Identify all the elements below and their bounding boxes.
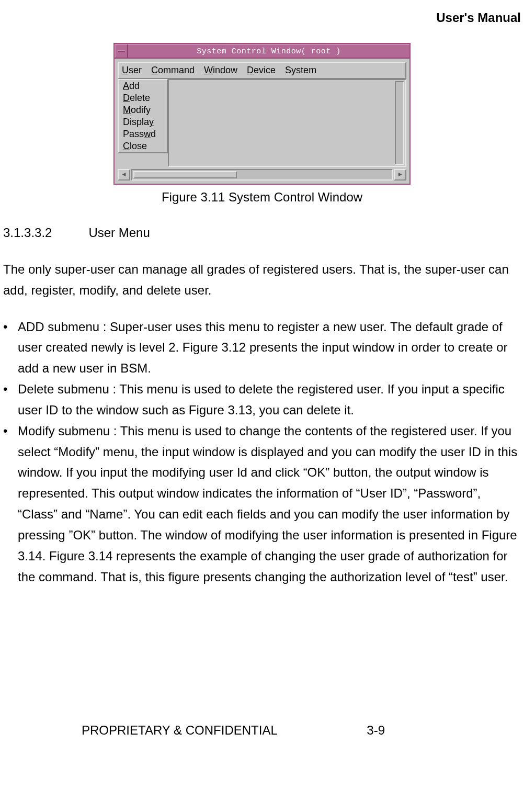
menu-bar: User Command Window Device System [118,62,406,79]
mi-pw-pre: Pass [123,129,144,139]
mi-del-ul: D [123,93,130,103]
menu-window[interactable]: Window [204,65,237,76]
mi-disp-ul: y [149,117,154,127]
footer-page-number: 3-9 [278,723,521,739]
footer-confidential: PROPRIETARY & CONFIDENTIAL [3,723,278,739]
menu-device-ul: D [247,65,254,75]
page: User's Manual System Control Window( roo… [0,0,524,739]
page-header-title: User's Manual [0,10,524,25]
vertical-scrollbar[interactable] [395,81,404,165]
bullet-add: ADD submenu : Super-user uses this menu … [3,317,518,379]
menu-device[interactable]: Device [247,65,276,76]
figure-caption: Figure 3.11 System Control Window [0,190,524,205]
menu-command[interactable]: Command [151,65,195,76]
section-number: 3.1.3.3.2 [3,225,52,240]
horizontal-scroll-track[interactable] [131,169,393,181]
menu-system-rest: System [285,65,316,75]
mi-add-rest: dd [129,81,140,91]
menu-item-passwd[interactable]: Passwd [119,128,167,140]
menu-device-rest: evice [254,65,276,75]
menu-system[interactable]: System [285,65,316,76]
window-title-text: System Control Window( root ) [128,44,409,58]
section-heading: 3.1.3.3.2 User Menu [3,225,524,240]
menu-command-rest: ommand [158,65,195,75]
menu-command-ul: C [151,65,158,75]
system-control-window: System Control Window( root ) User Comma… [113,43,411,185]
bullet-delete: Delete submenu : This menu is used to de… [3,379,518,421]
horizontal-scrollbar[interactable]: ◄ ► [118,169,406,181]
menu-item-add[interactable]: Add [119,80,167,92]
system-menu-icon[interactable] [115,44,128,58]
mi-del-rest: elete [130,93,150,103]
client-area [168,79,406,167]
menu-window-rest: indow [213,65,237,75]
mi-pw-rest: d [151,129,156,139]
menu-window-ul: W [204,65,213,75]
mi-mod-rest: odify [131,105,151,115]
page-footer: PROPRIETARY & CONFIDENTIAL 3-9 [0,723,524,739]
bullet-list: ADD submenu : Super-user uses this menu … [3,317,518,588]
user-dropdown-menu: Add Delete Modify Display Passwd Close [118,79,168,153]
mi-close-rest: lose [130,141,147,151]
mi-close-ul: C [123,141,130,151]
window-body: User Command Window Device System Add De… [115,59,409,184]
menu-item-delete[interactable]: Delete [119,92,167,104]
horizontal-scroll-thumb[interactable] [133,171,237,178]
menu-user-ul: U [122,65,129,75]
figure-wrapper: System Control Window( root ) User Comma… [0,43,524,185]
mi-mod-ul: M [123,105,131,115]
mi-add-ul: A [123,81,129,91]
section-title: User Menu [88,225,150,240]
scroll-right-arrow-icon[interactable]: ► [394,169,406,181]
menu-user[interactable]: User [122,65,142,76]
window-title-bar[interactable]: System Control Window( root ) [115,44,409,59]
menu-item-modify[interactable]: Modify [119,104,167,116]
menu-item-display[interactable]: Display [119,116,167,128]
mi-disp-pre: Displa [123,117,149,127]
intro-paragraph: The only super-user can manage all grade… [3,259,521,301]
scroll-left-arrow-icon[interactable]: ◄ [118,169,130,181]
menu-item-close[interactable]: Close [119,140,167,152]
menu-user-rest: ser [129,65,142,75]
mi-pw-ul: w [144,129,151,139]
bullet-modify: Modify submenu : This menu is used to ch… [3,421,518,588]
